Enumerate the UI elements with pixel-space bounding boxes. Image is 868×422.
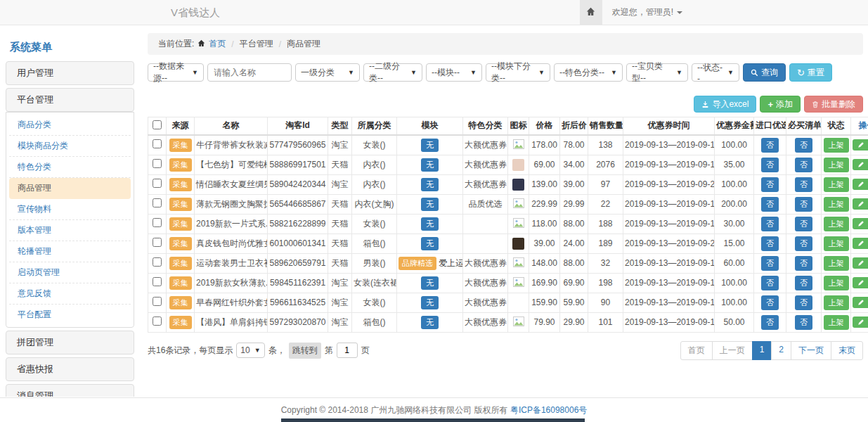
status-button[interactable]: 上架 xyxy=(824,256,849,271)
sidebar-group[interactable]: 省惠快报 xyxy=(6,357,134,381)
row-checkbox[interactable] xyxy=(153,238,162,247)
filter-select[interactable]: --特色分类--▼ xyxy=(554,63,623,82)
sidebar-subitem[interactable]: 版本管理 xyxy=(9,220,131,241)
search-button[interactable]: 查询 xyxy=(743,63,786,82)
edit-button[interactable] xyxy=(853,277,868,288)
status-button[interactable]: 上架 xyxy=(824,295,849,310)
row-checkbox[interactable] xyxy=(153,139,162,148)
add-button[interactable]: + 添加 xyxy=(760,96,801,113)
feature-category: 大额优惠券 xyxy=(463,135,508,155)
per-page-select[interactable]: 10▼ xyxy=(236,343,264,358)
must-buy-toggle[interactable]: 否 xyxy=(795,315,812,330)
status-button[interactable]: 上架 xyxy=(824,236,849,251)
sidebar-subitem[interactable]: 商品分类 xyxy=(9,115,131,136)
must-buy-toggle[interactable]: 否 xyxy=(795,197,812,212)
must-buy-toggle[interactable]: 否 xyxy=(795,138,812,153)
filter-select[interactable]: --模块--▼ xyxy=(426,63,482,82)
sidebar-subitem[interactable]: 意见反馈 xyxy=(9,283,131,305)
source-badge: 采集 xyxy=(169,316,192,329)
filter-select[interactable]: --宝贝类型--▼ xyxy=(626,63,688,82)
sidebar-subitem[interactable]: 模块商品分类 xyxy=(9,136,131,157)
must-buy-toggle[interactable]: 否 xyxy=(795,295,812,310)
must-buy-toggle[interactable]: 否 xyxy=(795,276,812,290)
batch-delete-button[interactable]: 批量删除 xyxy=(804,96,863,113)
must-buy-toggle[interactable]: 否 xyxy=(795,256,812,271)
must-buy-toggle[interactable]: 否 xyxy=(795,158,812,172)
reset-button[interactable]: ↻ 重置 xyxy=(789,63,832,82)
pager-item[interactable]: 首页 xyxy=(680,341,713,360)
breadcrumb-home-link[interactable]: 首页 xyxy=(209,38,226,50)
filter-select[interactable]: --状态--▼ xyxy=(692,63,739,82)
select-all-checkbox[interactable] xyxy=(153,120,162,129)
sidebar-subitem[interactable]: 平台配置 xyxy=(9,305,131,325)
filter-select[interactable]: --模块下分类--▼ xyxy=(486,63,550,82)
import-select-toggle[interactable]: 否 xyxy=(761,177,779,192)
sidebar-subitem[interactable]: 商品管理 xyxy=(9,178,131,199)
sidebar-subitem[interactable]: 轮播管理 xyxy=(9,241,131,262)
import-select-toggle[interactable]: 否 xyxy=(761,138,779,153)
row-checkbox[interactable] xyxy=(153,297,162,306)
home-nav-button[interactable] xyxy=(580,0,602,25)
edit-button[interactable] xyxy=(853,159,868,170)
user-menu[interactable]: 欢迎您，管理员! xyxy=(602,0,692,25)
import-select-toggle[interactable]: 否 xyxy=(761,197,779,212)
jump-button[interactable]: 跳转到 xyxy=(289,343,321,359)
import-select-cell: 否 xyxy=(754,253,786,273)
edit-button[interactable] xyxy=(853,139,868,151)
status-button[interactable]: 上架 xyxy=(824,197,849,212)
name-search-input[interactable] xyxy=(207,63,292,82)
import-select-toggle[interactable]: 否 xyxy=(761,315,779,330)
row-checkbox[interactable] xyxy=(153,198,162,207)
pager-item[interactable]: 上一页 xyxy=(712,341,753,360)
row-checkbox[interactable] xyxy=(153,179,162,188)
must-buy-toggle[interactable]: 否 xyxy=(795,236,812,251)
import-select-toggle[interactable]: 否 xyxy=(761,256,779,271)
price: 169.90 xyxy=(529,273,560,293)
sidebar-subitem[interactable]: 宣传物料 xyxy=(9,199,131,220)
page-number-input[interactable] xyxy=(337,343,358,358)
edit-button[interactable] xyxy=(853,179,868,190)
pager-item[interactable]: 2 xyxy=(771,341,791,360)
status-button[interactable]: 上架 xyxy=(824,217,849,231)
row-checkbox[interactable] xyxy=(153,316,162,326)
pager-item[interactable]: 下一页 xyxy=(791,341,831,360)
import-select-toggle[interactable]: 否 xyxy=(761,236,779,251)
status-button[interactable]: 上架 xyxy=(824,158,849,172)
must-buy-toggle[interactable]: 否 xyxy=(795,217,812,231)
edit-button[interactable] xyxy=(853,238,868,249)
import-select-toggle[interactable]: 否 xyxy=(761,295,779,310)
sidebar-subitem[interactable]: 启动页管理 xyxy=(9,262,131,283)
status-button[interactable]: 上架 xyxy=(824,276,849,290)
import-select-toggle[interactable]: 否 xyxy=(761,158,779,172)
icp-link[interactable]: 粤ICP备16098006号 xyxy=(510,405,587,415)
edit-button[interactable] xyxy=(853,297,868,308)
must-buy-toggle[interactable]: 否 xyxy=(795,177,812,192)
edit-button[interactable] xyxy=(853,198,868,210)
sidebar-subitem[interactable]: 特色分类 xyxy=(9,157,131,178)
sidebar-group[interactable]: 消息管理 xyxy=(6,384,134,397)
filter-select[interactable]: --数据来源--▼ xyxy=(148,63,204,82)
edit-button[interactable] xyxy=(853,316,868,328)
import-select-toggle[interactable]: 否 xyxy=(761,276,779,290)
row-checkbox[interactable] xyxy=(153,218,162,227)
edit-button[interactable] xyxy=(853,218,868,229)
sidebar-group[interactable]: 用户管理 xyxy=(6,61,134,85)
edit-button[interactable] xyxy=(853,257,868,269)
status-button[interactable]: 上架 xyxy=(824,177,849,192)
import-select-toggle[interactable]: 否 xyxy=(761,217,779,231)
sidebar-group[interactable]: 拼团管理 xyxy=(6,331,134,354)
row-checkbox[interactable] xyxy=(153,159,162,168)
status-button[interactable]: 上架 xyxy=(824,315,849,330)
pager-item[interactable]: 1 xyxy=(752,341,772,360)
row-checkbox[interactable] xyxy=(153,277,162,286)
status-button[interactable]: 上架 xyxy=(824,138,849,153)
filter-select[interactable]: --二级分类--▼ xyxy=(363,63,422,82)
import-excel-button[interactable]: 导入excel xyxy=(694,96,756,113)
filter-select[interactable]: 一级分类▼ xyxy=(295,63,360,82)
category: 箱包() xyxy=(352,312,397,332)
coupon-amount: 15.00 xyxy=(715,234,754,253)
sidebar-group[interactable]: 平台管理 xyxy=(6,88,134,112)
category: 内衣(文胸) xyxy=(352,194,397,214)
pager-item[interactable]: 末页 xyxy=(831,341,863,360)
row-checkbox[interactable] xyxy=(153,257,162,267)
